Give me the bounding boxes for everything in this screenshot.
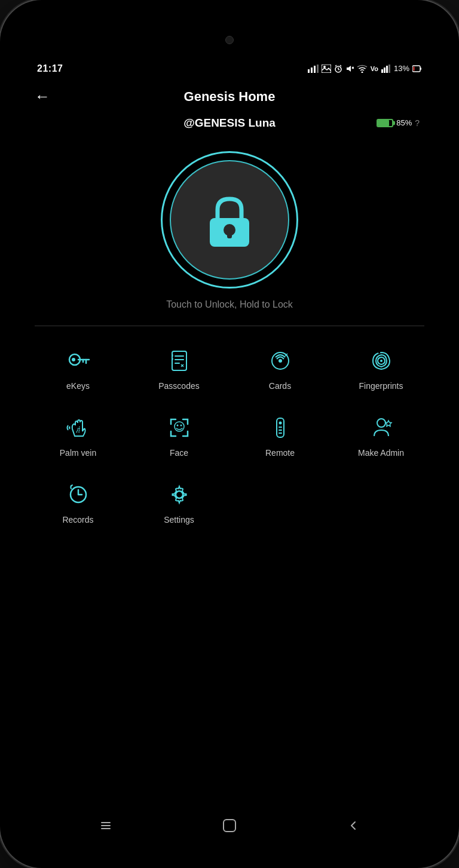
- back-button[interactable]: ←: [35, 87, 50, 106]
- menu-item-passcodes[interactable]: 3 9 Passcodes: [128, 336, 230, 403]
- app-content: ← Genesis Home @GENESIS Luna 85% ?: [20, 79, 439, 805]
- battery-fill: [378, 120, 389, 126]
- svg-rect-51: [279, 433, 282, 434]
- svg-text:9: 9: [172, 357, 174, 361]
- menu-row-2: Palm vein: [20, 403, 439, 470]
- battery-body: [377, 119, 393, 127]
- svg-line-9: [335, 65, 336, 66]
- svg-point-45: [176, 424, 178, 426]
- phone-screen: 21:17: [20, 22, 439, 846]
- svg-rect-2: [314, 66, 316, 73]
- svg-point-52: [377, 419, 385, 427]
- empty-slot-1: [230, 470, 331, 536]
- svg-point-55: [176, 491, 183, 498]
- ekeys-label: eKeys: [66, 381, 90, 391]
- recent-apps-icon: [99, 819, 112, 832]
- ekeys-icon: [63, 345, 94, 376]
- home-icon: [222, 818, 237, 833]
- device-battery-icon: [377, 119, 393, 127]
- svg-point-46: [180, 424, 182, 426]
- lock-container: Touch to Unlock, Hold to Lock: [20, 139, 439, 316]
- svg-rect-15: [381, 69, 383, 73]
- menu-item-remote[interactable]: Remote: [230, 403, 331, 470]
- svg-rect-1: [311, 68, 313, 73]
- device-battery: 85% ?: [377, 118, 420, 128]
- records-label: Records: [62, 515, 93, 525]
- lock-circle-inner: [170, 160, 289, 280]
- svg-rect-21: [414, 66, 415, 70]
- svg-rect-16: [384, 68, 385, 73]
- svg-point-39: [279, 359, 282, 363]
- lock-button[interactable]: [161, 151, 298, 289]
- lock-icon: [197, 187, 262, 253]
- battery-percent-text: 13%: [394, 64, 409, 73]
- menu-item-make-admin[interactable]: Make Admin: [331, 403, 432, 470]
- wifi-icon: [357, 65, 368, 73]
- page-title: Genesis Home: [184, 89, 276, 105]
- device-info: @GENESIS Luna 85% ?: [20, 112, 439, 139]
- empty-slot-2: [331, 470, 432, 536]
- status-time: 21:17: [37, 63, 63, 74]
- svg-point-48: [279, 421, 281, 424]
- settings-label: Settings: [164, 515, 194, 525]
- header: ← Genesis Home: [20, 79, 439, 112]
- make-admin-icon: [366, 412, 397, 443]
- menu-item-cards[interactable]: Cards: [230, 336, 331, 403]
- settings-icon: [164, 479, 195, 510]
- fingerprints-label: Fingerprints: [359, 381, 403, 391]
- svg-line-10: [340, 65, 341, 66]
- fingerprints-icon: [366, 345, 397, 376]
- recent-apps-button[interactable]: [94, 814, 118, 838]
- menu-item-fingerprints[interactable]: Fingerprints: [331, 336, 432, 403]
- svg-rect-20: [420, 68, 421, 70]
- volte-icon: Vo: [371, 65, 378, 72]
- svg-rect-49: [279, 427, 282, 428]
- back-nav-button[interactable]: [341, 814, 365, 838]
- device-battery-percent: 85%: [396, 118, 412, 127]
- svg-line-8: [338, 69, 339, 70]
- svg-rect-18: [388, 65, 390, 73]
- records-icon: [63, 479, 94, 510]
- device-name: @GENESIS Luna: [183, 116, 276, 130]
- menu-item-palm-vein[interactable]: Palm vein: [27, 403, 128, 470]
- menu-item-face[interactable]: Face: [128, 403, 230, 470]
- face-icon: [164, 412, 195, 443]
- signal2-icon: [381, 65, 391, 73]
- back-nav-icon: [347, 820, 359, 832]
- menu-item-settings[interactable]: Settings: [128, 470, 230, 536]
- cards-label: Cards: [269, 381, 291, 391]
- make-admin-label: Make Admin: [358, 448, 404, 458]
- help-icon[interactable]: ?: [415, 118, 420, 128]
- palm-vein-label: Palm vein: [60, 448, 96, 458]
- status-icons: Vo 13%: [308, 64, 422, 73]
- gallery-icon: [322, 65, 331, 73]
- svg-rect-59: [224, 820, 235, 832]
- mute-icon: [345, 65, 354, 73]
- bottom-nav: [20, 805, 439, 846]
- remote-label: Remote: [265, 448, 295, 458]
- svg-rect-24: [227, 231, 232, 238]
- svg-point-14: [361, 71, 363, 73]
- lock-hint: Touch to Unlock, Hold to Lock: [166, 299, 293, 310]
- palm-vein-icon: [63, 412, 94, 443]
- cards-icon: [265, 345, 296, 376]
- menu-row-1: eKeys 3 9: [20, 336, 439, 403]
- notch-bar: [20, 22, 439, 58]
- camera-dot: [225, 36, 234, 44]
- status-bar: 21:17: [20, 58, 439, 79]
- battery-status-icon: [412, 65, 422, 72]
- svg-point-42: [380, 360, 382, 362]
- passcodes-icon: 3 9: [164, 345, 195, 376]
- svg-rect-0: [308, 69, 310, 73]
- svg-rect-3: [317, 65, 319, 73]
- svg-rect-17: [386, 66, 388, 73]
- alarm-icon: [334, 65, 342, 73]
- menu-item-records[interactable]: Records: [27, 470, 128, 536]
- menu-item-ekeys[interactable]: eKeys: [27, 336, 128, 403]
- home-button[interactable]: [218, 814, 241, 838]
- divider: [35, 326, 424, 326]
- signal-icon: [308, 65, 319, 73]
- remote-icon: [265, 412, 296, 443]
- phone-frame: 21:17: [0, 0, 459, 868]
- svg-rect-30: [172, 351, 186, 370]
